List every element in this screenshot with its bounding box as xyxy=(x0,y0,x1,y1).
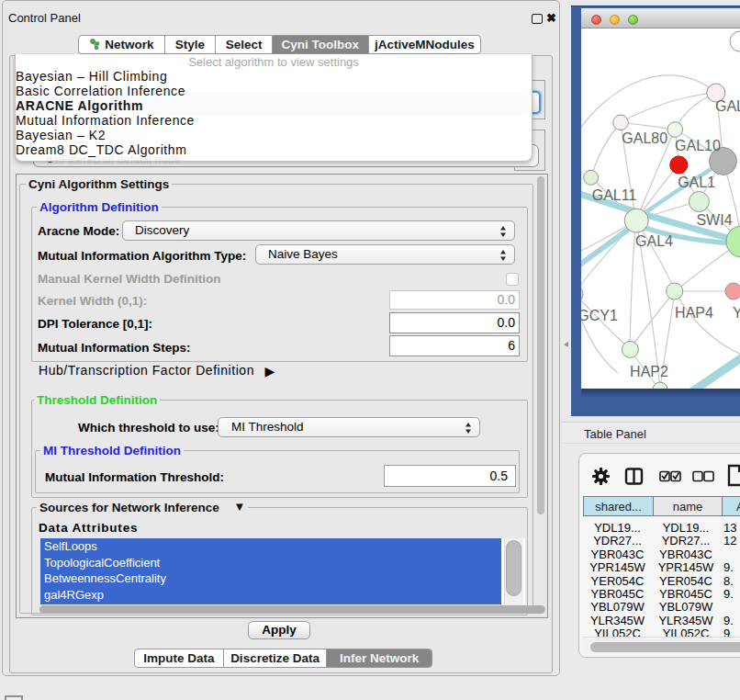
svg-text:GCY1: GCY1 xyxy=(581,308,618,323)
svg-text:GAL10: GAL10 xyxy=(675,138,721,153)
svg-text:GAL4: GAL4 xyxy=(635,233,673,249)
svg-text:HAP4: HAP4 xyxy=(675,305,713,321)
svg-text:GAL80: GAL80 xyxy=(622,130,667,146)
svg-text:GAL2: GAL2 xyxy=(715,98,740,114)
svg-text:GAL11: GAL11 xyxy=(592,187,637,203)
svg-text:GAL1: GAL1 xyxy=(678,175,715,190)
svg-text:SWI4: SWI4 xyxy=(696,212,732,228)
svg-text:YM: YM xyxy=(733,305,740,321)
svg-text:HAP2: HAP2 xyxy=(630,364,668,379)
